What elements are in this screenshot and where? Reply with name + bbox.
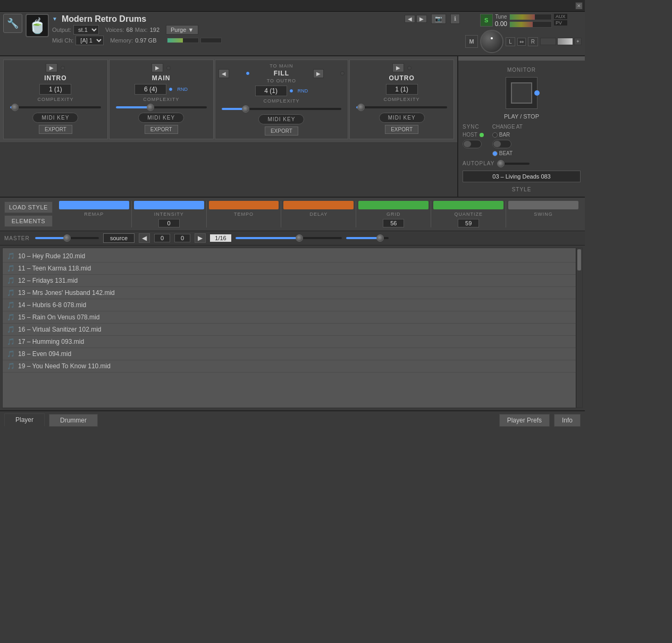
bar-radio[interactable]: BAR [492, 132, 510, 138]
file-name-5: 14 – Hubris 6-8 078.mid [18, 301, 86, 309]
tune-label: Tune [495, 14, 507, 20]
file-item-1[interactable]: 🎵 10 – Hey Rude 120.mid [3, 250, 576, 263]
grid-value: 56 [383, 219, 404, 227]
file-item-9[interactable]: 🎵 18 – Even 094.mid [3, 348, 576, 360]
plus-button[interactable]: + [574, 38, 582, 45]
intensity-value: 0 [158, 219, 180, 227]
quantize-label: QUANTIZE [454, 211, 483, 217]
s-button[interactable]: S [480, 14, 493, 27]
file-item-3[interactable]: 🎵 12 – Fridays 131.mid [3, 275, 576, 287]
main-rnd-label: RND [177, 87, 188, 92]
intro-midi-key-button[interactable]: MIDI KEY [32, 113, 78, 123]
main-rnd-led [169, 87, 173, 91]
file-item-8[interactable]: 🎵 17 – Humming 093.mid [3, 336, 576, 348]
file-item-6[interactable]: 🎵 15 – Rain On Venus 078.mid [3, 311, 576, 324]
player-prefs-button[interactable]: Player Prefs [499, 414, 550, 427]
intro-complexity-label: COMPLEXITY [37, 97, 73, 102]
fill-section: ◀ TO MAIN FILL TO OUTRO ▶ 4 (1) [215, 60, 349, 139]
play-stop-label: PLAY / STOP [463, 113, 581, 120]
music-icon-3: 🎵 [7, 277, 15, 284]
fill-slider[interactable] [222, 108, 342, 110]
camera-button[interactable]: 📷 [431, 14, 446, 24]
main-midi-key-button[interactable]: MIDI KEY [138, 113, 184, 123]
fill-prev-button[interactable]: ◀ [219, 69, 229, 78]
content-area: ▶ INTRO 1 (1) COMPLEXITY [0, 56, 585, 410]
midi-ch-dropdown[interactable]: [A] 1 [75, 36, 104, 45]
load-style-button[interactable]: LOAD STYLE [4, 201, 53, 213]
elements-button[interactable]: ELEMENTS [4, 215, 53, 227]
main-section: ▶ MAIN 6 (4) RND COMPLEXITY [109, 60, 214, 139]
outro-play-button[interactable]: ▶ [392, 63, 404, 72]
source-button[interactable]: source [103, 233, 135, 243]
outro-export-button[interactable]: EXPORT [385, 125, 418, 134]
style-label: STYLE [463, 187, 581, 192]
delay-right-button[interactable]: ▶ [195, 233, 206, 243]
tempo-label: TEMPO [234, 211, 254, 217]
outro-slider[interactable] [356, 106, 447, 108]
change-at-toggle[interactable] [492, 140, 511, 148]
file-item-5[interactable]: 🎵 14 – Hubris 6-8 078.mid [3, 299, 576, 311]
file-item-10[interactable]: 🎵 19 – You Need To Know 110.mid [3, 360, 576, 373]
music-icon-9: 🎵 [7, 350, 15, 358]
main-complexity-label: COMPLEXITY [143, 97, 179, 102]
voices-label: Voices: [105, 27, 124, 33]
master-swing-slider[interactable] [346, 237, 389, 239]
close-button[interactable]: ✕ [575, 2, 583, 10]
main-complexity: 6 (4) [135, 84, 166, 95]
master-remap-slider[interactable] [35, 237, 99, 239]
file-name-2: 11 – Teen Karma 118.mid [18, 265, 91, 272]
main-export-button[interactable]: EXPORT [145, 125, 178, 134]
delay-left-button[interactable]: ◀ [139, 233, 150, 243]
fill-midi-key-button[interactable]: MIDI KEY [258, 114, 304, 124]
purge-button[interactable]: Purge ▼ [166, 25, 198, 35]
outro-title: OUTRO [389, 74, 414, 82]
player-tab[interactable]: Player [4, 413, 45, 427]
master-row: MASTER source ◀ 0 0 ▶ 1/16 [0, 231, 585, 246]
delay-header [283, 201, 354, 209]
pv-label: PV [554, 20, 567, 26]
fill-rnd-label: RND [298, 88, 308, 94]
info-button[interactable]: ℹ [450, 14, 460, 24]
autoplay-label: AUTOPLAY [463, 160, 494, 166]
drummer-tab[interactable]: Drummer [49, 414, 98, 427]
output-dropdown[interactable]: st.1 [73, 25, 99, 35]
main-slider[interactable] [116, 106, 207, 108]
r-button[interactable]: R [528, 37, 538, 46]
header-title-area: ▼ Modern Retro Drums ◀ ▶ 📷 ℹ Output: st.… [52, 14, 460, 53]
autoplay-slider[interactable] [498, 163, 530, 165]
intro-play-button[interactable]: ▶ [46, 63, 57, 72]
intro-export-button[interactable]: EXPORT [39, 125, 72, 134]
tune-knob[interactable] [480, 30, 503, 53]
m-button[interactable]: M [465, 35, 478, 48]
fill-export-button[interactable]: EXPORT [265, 126, 298, 136]
master-grid-slider[interactable] [236, 237, 342, 239]
swing-header [508, 201, 578, 209]
file-scrollbar[interactable] [576, 248, 582, 408]
ctrl-tempo: TEMPO [207, 201, 282, 227]
sync-toggle[interactable] [463, 140, 482, 148]
nav-next-button[interactable]: ▶ [416, 15, 427, 23]
nav-prev-button[interactable]: ◀ [405, 15, 415, 23]
quantize-header [433, 201, 503, 209]
tempo-header [209, 201, 279, 209]
patterns-area: ▶ INTRO 1 (1) COMPLEXITY [0, 56, 457, 197]
file-item-2[interactable]: 🎵 11 – Teen Karma 118.mid [3, 263, 576, 275]
info-tab-button[interactable]: Info [554, 414, 581, 427]
beat-radio[interactable]: BEAT [492, 150, 513, 156]
fill-led2 [340, 71, 345, 75]
file-item-4[interactable]: 🎵 13 – Mrs Jones' Husband 142.mid [3, 287, 576, 299]
tune-value: 0.00 [495, 20, 507, 28]
change-at-label: CHANGE AT [492, 124, 523, 130]
monitor-panel: MONITOR PLAY / STOP SYNC HOST [457, 56, 585, 197]
music-icon-1: 🎵 [7, 252, 15, 260]
file-item-7[interactable]: 🎵 16 – Virtual Sanitizer 102.mid [3, 324, 576, 336]
intro-slider[interactable] [10, 106, 101, 108]
delay-label: DELAY [309, 211, 327, 217]
main-play-button[interactable]: ▶ [152, 63, 163, 72]
outro-midi-key-button[interactable]: MIDI KEY [379, 113, 425, 123]
intro-section: ▶ INTRO 1 (1) COMPLEXITY [3, 60, 108, 139]
music-icon-10: 🎵 [7, 362, 15, 370]
title-bar: ✕ [0, 0, 585, 12]
fill-next-button[interactable]: ▶ [313, 69, 324, 78]
l-button[interactable]: L [506, 37, 515, 46]
